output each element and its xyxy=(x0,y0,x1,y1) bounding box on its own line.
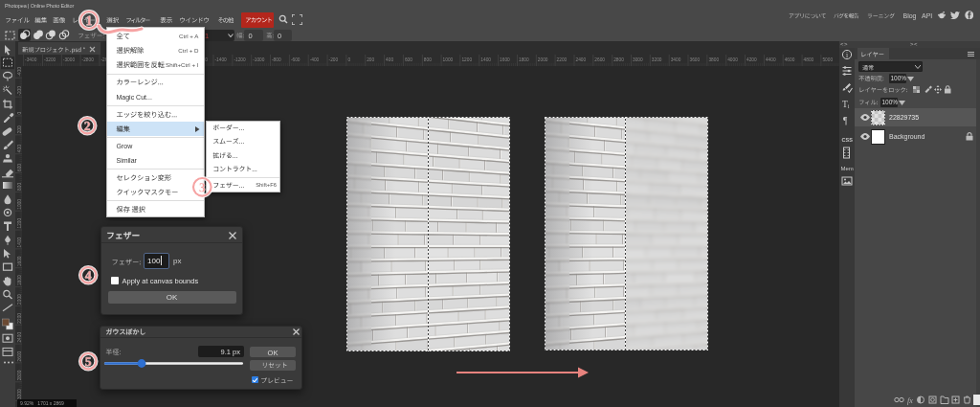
svg-text:0: 0 xyxy=(347,57,350,62)
svg-text:2200: 2200 xyxy=(557,57,568,62)
svg-text:¶: ¶ xyxy=(843,116,848,125)
svg-text:600: 600 xyxy=(405,57,412,62)
svg-text:-200: -200 xyxy=(17,86,22,96)
svg-text:Tᵢ: Tᵢ xyxy=(842,100,850,109)
svg-text:1000: 1000 xyxy=(443,57,454,62)
svg-text:Mem: Mem xyxy=(841,166,854,171)
svg-text:4800: 4800 xyxy=(804,57,814,62)
svg-text:800: 800 xyxy=(424,57,432,62)
svg-text:-3000: -3000 xyxy=(63,57,76,62)
svg-text:2200: 2200 xyxy=(17,313,22,324)
svg-text:2600: 2600 xyxy=(594,57,605,62)
svg-text:1400: 1400 xyxy=(480,57,491,62)
svg-text:4400: 4400 xyxy=(766,57,776,62)
svg-text:-400: -400 xyxy=(310,57,320,62)
svg-text:-400: -400 xyxy=(17,67,22,77)
svg-text:2800: 2800 xyxy=(613,57,624,62)
svg-text:-3200: -3200 xyxy=(44,57,56,62)
svg-text:-1200: -1200 xyxy=(234,57,246,62)
svg-text:1000: 1000 xyxy=(17,199,22,210)
svg-text:4600: 4600 xyxy=(785,57,795,62)
svg-text:-2800: -2800 xyxy=(82,57,95,62)
svg-text:-1400: -1400 xyxy=(215,57,228,62)
svg-text:fx: fx xyxy=(907,396,913,405)
svg-text:2000: 2000 xyxy=(17,294,22,305)
svg-text:1600: 1600 xyxy=(17,256,22,266)
svg-text:1200: 1200 xyxy=(461,57,472,62)
svg-text:i: i xyxy=(846,51,848,59)
svg-text:4000: 4000 xyxy=(727,57,738,62)
svg-text:600: 600 xyxy=(17,164,22,171)
svg-text:3200: 3200 xyxy=(652,57,662,62)
svg-text:3400: 3400 xyxy=(671,57,681,62)
svg-text:1800: 1800 xyxy=(519,57,529,62)
svg-text:2600: 2600 xyxy=(17,350,22,361)
svg-text:2400: 2400 xyxy=(17,332,22,343)
svg-text:2400: 2400 xyxy=(576,57,587,62)
svg-text:400: 400 xyxy=(17,145,22,152)
svg-text:2000: 2000 xyxy=(538,57,548,62)
svg-text:1600: 1600 xyxy=(500,57,510,62)
svg-text:1400: 1400 xyxy=(17,237,22,247)
svg-text:4200: 4200 xyxy=(746,57,757,62)
svg-text:3600: 3600 xyxy=(690,57,701,62)
svg-text:400: 400 xyxy=(386,57,393,62)
svg-text:200: 200 xyxy=(367,57,374,62)
svg-text:-200: -200 xyxy=(329,57,339,62)
svg-text:1800: 1800 xyxy=(17,275,22,285)
svg-text:-3400: -3400 xyxy=(25,57,37,62)
svg-text:3800: 3800 xyxy=(708,57,719,62)
svg-text:200: 200 xyxy=(17,125,22,133)
svg-text:CSS: CSS xyxy=(842,137,854,143)
svg-text:3000: 3000 xyxy=(17,389,22,399)
svg-text:1200: 1200 xyxy=(17,217,22,228)
svg-text:-800: -800 xyxy=(272,57,281,62)
svg-text:-600: -600 xyxy=(291,57,301,62)
svg-text:0: 0 xyxy=(17,112,22,115)
svg-text:5000: 5000 xyxy=(822,57,833,62)
svg-text:-1000: -1000 xyxy=(253,57,265,62)
svg-text:800: 800 xyxy=(17,183,22,191)
svg-text:3000: 3000 xyxy=(633,57,643,62)
svg-text:2800: 2800 xyxy=(17,370,22,380)
